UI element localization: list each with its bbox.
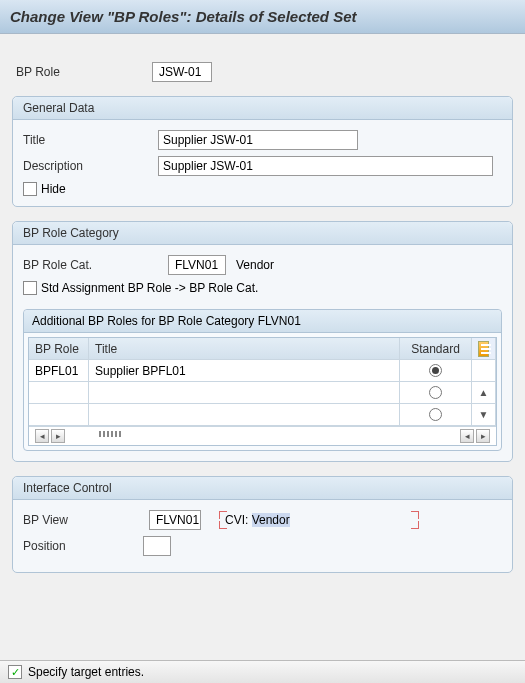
position-label: Position bbox=[23, 539, 143, 553]
standard-radio[interactable] bbox=[429, 386, 442, 399]
scroll-left-button[interactable]: ◂ bbox=[35, 429, 49, 443]
title-input[interactable] bbox=[158, 130, 358, 150]
col-header-standard[interactable]: Standard bbox=[400, 338, 472, 360]
position-input[interactable] bbox=[143, 536, 171, 556]
bp-role-category-header: BP Role Category bbox=[13, 222, 512, 245]
hide-label: Hide bbox=[41, 182, 66, 196]
table-row[interactable]: ▼ bbox=[29, 404, 496, 426]
description-label: Description bbox=[23, 159, 158, 173]
interface-control-header: Interface Control bbox=[13, 477, 512, 500]
cell-title[interactable]: Supplier BPFL01 bbox=[89, 360, 400, 382]
bp-role-value: JSW-01 bbox=[152, 62, 212, 82]
table-row[interactable]: ▲ bbox=[29, 382, 496, 404]
grid-config-icon bbox=[478, 341, 489, 357]
hide-checkbox[interactable] bbox=[23, 182, 37, 196]
bp-role-cat-label: BP Role Cat. bbox=[23, 258, 158, 272]
row-down-button[interactable]: ▼ bbox=[472, 404, 496, 426]
status-ok-icon bbox=[8, 665, 22, 679]
grid-config-button[interactable] bbox=[472, 338, 496, 360]
scroll-left-end-button[interactable]: ◂ bbox=[460, 429, 474, 443]
interface-control-panel: Interface Control BP View FLVN01 CVI: Ve… bbox=[12, 476, 513, 573]
additional-roles-panel: Additional BP Roles for BP Role Category… bbox=[23, 309, 502, 451]
cell-standard[interactable] bbox=[400, 382, 472, 404]
cell-role[interactable] bbox=[29, 404, 89, 426]
status-bar: Specify target entries. bbox=[0, 660, 525, 683]
col-header-role[interactable]: BP Role bbox=[29, 338, 89, 360]
cell-standard[interactable] bbox=[400, 360, 472, 382]
cell-role[interactable]: BPFL01 bbox=[29, 360, 89, 382]
general-data-header: General Data bbox=[13, 97, 512, 120]
bp-role-cat-text: Vendor bbox=[236, 258, 274, 272]
status-text: Specify target entries. bbox=[28, 665, 144, 679]
cell-title[interactable] bbox=[89, 382, 400, 404]
cvi-value: Vendor bbox=[252, 513, 290, 527]
additional-roles-grid: BP Role Title Standard BPFL01 Supplier B… bbox=[28, 337, 497, 446]
cvi-display: CVI: Vendor bbox=[219, 511, 419, 529]
bp-role-row: BP Role JSW-01 bbox=[16, 62, 513, 82]
standard-radio[interactable] bbox=[429, 408, 442, 421]
scroll-right-end-button[interactable]: ▸ bbox=[476, 429, 490, 443]
cell-title[interactable] bbox=[89, 404, 400, 426]
standard-radio[interactable] bbox=[429, 364, 442, 377]
general-data-panel: General Data Title Description Hide bbox=[12, 96, 513, 207]
col-header-title[interactable]: Title bbox=[89, 338, 400, 360]
cvi-prefix: CVI: bbox=[225, 513, 252, 527]
std-assignment-label: Std Assignment BP Role -> BP Role Cat. bbox=[41, 281, 258, 295]
table-row[interactable]: BPFL01 Supplier BPFL01 bbox=[29, 360, 496, 382]
scroll-right-button[interactable]: ▸ bbox=[51, 429, 65, 443]
description-input[interactable] bbox=[158, 156, 493, 176]
drag-handle-icon[interactable] bbox=[99, 431, 123, 437]
row-spacer bbox=[472, 360, 496, 382]
bp-view-label: BP View bbox=[23, 513, 143, 527]
std-assignment-checkbox[interactable] bbox=[23, 281, 37, 295]
grid-hscroll: ◂ ▸ ◂ ▸ bbox=[29, 426, 496, 445]
page-title: Change View "BP Roles": Details of Selec… bbox=[0, 0, 525, 34]
bp-role-cat-value: FLVN01 bbox=[168, 255, 226, 275]
cell-standard[interactable] bbox=[400, 404, 472, 426]
bp-role-category-panel: BP Role Category BP Role Cat. FLVN01 Ven… bbox=[12, 221, 513, 462]
row-up-button[interactable]: ▲ bbox=[472, 382, 496, 404]
cell-role[interactable] bbox=[29, 382, 89, 404]
title-label: Title bbox=[23, 133, 158, 147]
bp-view-value: FLVN01 bbox=[149, 510, 201, 530]
grid-header-row: BP Role Title Standard bbox=[29, 338, 496, 360]
bp-role-label: BP Role bbox=[16, 65, 144, 79]
additional-roles-header: Additional BP Roles for BP Role Category… bbox=[24, 310, 501, 333]
